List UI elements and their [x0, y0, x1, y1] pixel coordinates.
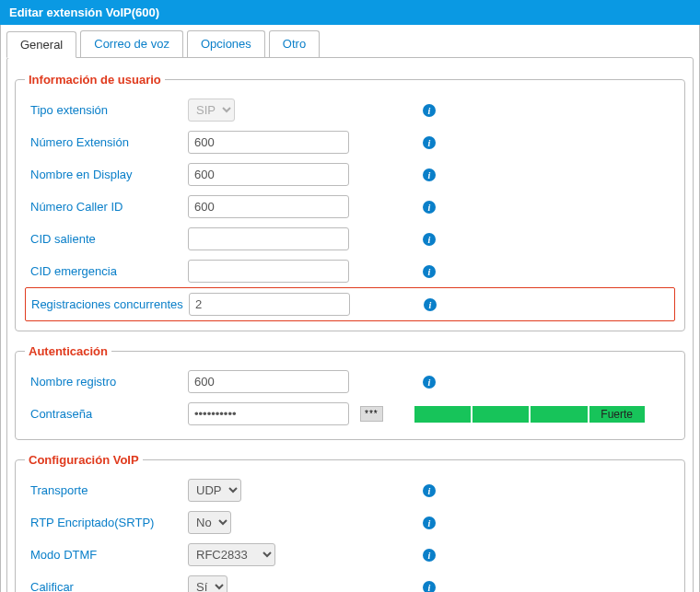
section-user-info-legend: Información de usuario — [25, 73, 165, 87]
ext-type-select: SIP — [188, 99, 235, 122]
info-icon[interactable]: i — [423, 233, 436, 246]
row-ext-type: Tipo extensión SIP i — [25, 94, 675, 126]
row-display-name: Nombre en Display i — [25, 158, 675, 191]
reveal-password-button[interactable]: *** — [360, 406, 383, 422]
qualify-label: Calificar — [27, 580, 188, 592]
concurrent-reg-input[interactable] — [189, 293, 350, 316]
strength-segment — [414, 406, 471, 423]
section-voip: Configuración VoIP Transporte UDP i RTP … — [15, 453, 685, 592]
password-input[interactable] — [188, 402, 349, 425]
register-name-label: Nombre registro — [27, 375, 188, 389]
tab-other[interactable]: Otro — [269, 30, 320, 57]
emergency-cid-label: CID emergencia — [27, 264, 188, 278]
info-icon[interactable]: i — [424, 298, 437, 311]
row-ext-number: Número Extensión i — [25, 126, 675, 158]
transport-label: Transporte — [27, 483, 188, 497]
display-name-input[interactable] — [188, 163, 349, 186]
row-transport: Transporte UDP i — [25, 474, 675, 506]
info-icon[interactable]: i — [423, 136, 436, 149]
emergency-cid-input[interactable] — [188, 260, 349, 283]
dtmf-label: Modo DTMF — [27, 548, 188, 562]
tab-bar: General Correo de voz Opciones Otro — [6, 30, 694, 57]
ext-type-label: Tipo extensión — [27, 103, 188, 117]
row-qualify: Calificar Sí i — [25, 571, 675, 592]
row-srtp: RTP Encriptado(SRTP) No i — [25, 506, 675, 539]
tab-options[interactable]: Opciones — [187, 30, 265, 57]
row-caller-id: Número Caller ID i — [25, 191, 675, 223]
section-user-info: Información de usuario Tipo extensión SI… — [15, 73, 685, 331]
row-emergency-cid: CID emergencia i — [25, 255, 675, 287]
register-name-input[interactable] — [188, 370, 349, 393]
display-name-label: Nombre en Display — [27, 168, 188, 181]
row-dtmf: Modo DTMF RFC2833 i — [25, 539, 675, 571]
srtp-label: RTP Encriptado(SRTP) — [27, 516, 188, 529]
info-icon[interactable]: i — [423, 517, 436, 529]
tab-panel-general: Información de usuario Tipo extensión SI… — [6, 57, 694, 592]
tab-general[interactable]: General — [6, 31, 76, 58]
caller-id-input[interactable] — [188, 195, 349, 218]
info-icon[interactable]: i — [423, 104, 436, 117]
password-strength: Fuerte — [414, 406, 645, 423]
row-outbound-cid: CID saliente i — [25, 223, 675, 255]
outbound-cid-label: CID saliente — [27, 232, 188, 246]
row-concurrent-reg: Registraciones concurrentes i — [25, 287, 675, 321]
info-icon[interactable]: i — [423, 265, 436, 278]
info-icon[interactable]: i — [423, 201, 436, 214]
outbound-cid-input[interactable] — [188, 227, 349, 250]
section-voip-legend: Configuración VoIP — [25, 453, 143, 467]
srtp-select[interactable]: No — [188, 511, 231, 534]
info-icon[interactable]: i — [423, 581, 436, 592]
info-icon[interactable]: i — [423, 484, 436, 497]
strength-segment — [531, 406, 587, 423]
window-title: Editar extensión VoIP(600) — [0, 0, 700, 25]
dtmf-select[interactable]: RFC2833 — [188, 543, 275, 566]
section-auth: Autenticación Nombre registro i Contrase… — [15, 344, 685, 440]
section-auth-legend: Autenticación — [25, 344, 111, 358]
concurrent-reg-label: Registraciones concurrentes — [28, 297, 189, 311]
ext-number-input[interactable] — [188, 131, 349, 154]
info-icon[interactable]: i — [423, 168, 436, 181]
info-icon[interactable]: i — [423, 376, 436, 389]
row-password: Contraseña *** Fuerte — [25, 398, 675, 430]
container: General Correo de voz Opciones Otro Info… — [0, 25, 700, 592]
row-register-name: Nombre registro i — [25, 366, 675, 398]
transport-select[interactable]: UDP — [188, 479, 241, 502]
info-icon[interactable]: i — [423, 549, 436, 562]
strength-segment — [472, 406, 529, 423]
strength-label: Fuerte — [589, 406, 645, 423]
password-label: Contraseña — [27, 407, 188, 421]
qualify-select[interactable]: Sí — [188, 575, 228, 592]
tab-voicemail[interactable]: Correo de voz — [80, 30, 183, 57]
ext-number-label: Número Extensión — [27, 135, 188, 149]
caller-id-label: Número Caller ID — [27, 200, 188, 214]
